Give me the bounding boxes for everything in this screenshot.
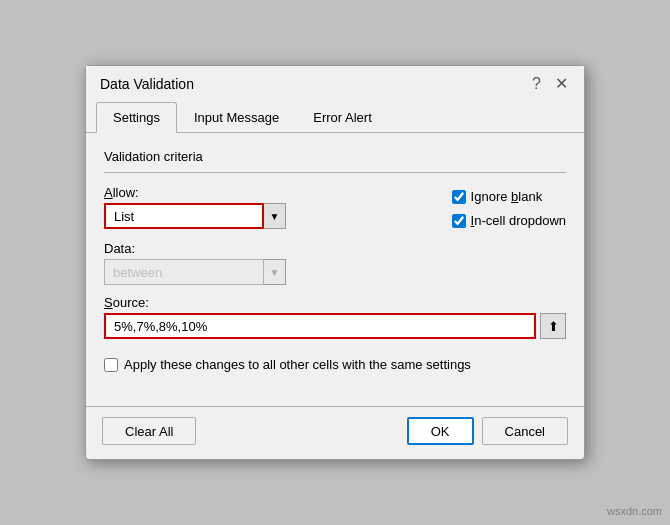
ok-button[interactable]: OK: [407, 417, 474, 445]
data-row: Data: between not between equal to not e…: [104, 241, 566, 285]
data-validation-dialog: Data Validation ? ✕ Settings Input Messa…: [85, 65, 585, 460]
source-input[interactable]: [104, 313, 536, 339]
allow-dropdown-btn[interactable]: ▼: [264, 203, 286, 229]
apply-row: Apply these changes to all other cells w…: [104, 357, 566, 372]
ignore-blank-checkbox[interactable]: [452, 190, 466, 204]
settings-content: Validation criteria Allow: Any value Who…: [86, 133, 584, 398]
tab-error-alert[interactable]: Error Alert: [296, 102, 389, 133]
tab-input-message[interactable]: Input Message: [177, 102, 296, 133]
tab-settings[interactable]: Settings: [96, 102, 177, 133]
allow-select-wrapper: Any value Whole number Decimal List Date…: [104, 203, 436, 229]
allow-col: Allow: Any value Whole number Decimal Li…: [104, 185, 436, 229]
watermark: wsxdn.com: [607, 505, 662, 517]
help-button[interactable]: ?: [530, 76, 543, 92]
data-select: between not between equal to not equal t…: [104, 259, 264, 285]
in-cell-dropdown-checkbox[interactable]: [452, 214, 466, 228]
ignore-blank-label[interactable]: Ignore blank: [452, 189, 566, 204]
data-dropdown-btn: ▼: [264, 259, 286, 285]
footer: Clear All OK Cancel: [86, 406, 584, 459]
title-bar: Data Validation ? ✕: [86, 66, 584, 98]
source-collapse-btn[interactable]: ⬆: [540, 313, 566, 339]
allow-label: Allow:: [104, 185, 436, 200]
source-row: ⬆: [104, 313, 566, 339]
right-buttons: OK Cancel: [407, 417, 568, 445]
allow-row: Allow: Any value Whole number Decimal Li…: [104, 185, 566, 231]
title-controls: ? ✕: [530, 76, 570, 92]
tab-bar: Settings Input Message Error Alert: [86, 102, 584, 133]
apply-checkbox[interactable]: [104, 358, 118, 372]
source-label: Source:: [104, 295, 566, 310]
checkboxes-col: Ignore blank In-cell dropdown: [452, 185, 566, 231]
section-title: Validation criteria: [104, 149, 566, 164]
allow-select[interactable]: Any value Whole number Decimal List Date…: [104, 203, 264, 229]
source-btn-icon: ⬆: [548, 319, 559, 334]
in-cell-dropdown-label[interactable]: In-cell dropdown: [452, 213, 566, 228]
source-section: Source: ⬆: [104, 295, 566, 339]
divider: [104, 172, 566, 173]
data-select-wrapper: between not between equal to not equal t…: [104, 259, 566, 285]
close-button[interactable]: ✕: [553, 76, 570, 92]
data-label: Data:: [104, 241, 566, 256]
cancel-button[interactable]: Cancel: [482, 417, 568, 445]
dialog-title: Data Validation: [100, 76, 194, 92]
clear-all-button[interactable]: Clear All: [102, 417, 196, 445]
apply-label: Apply these changes to all other cells w…: [124, 357, 471, 372]
